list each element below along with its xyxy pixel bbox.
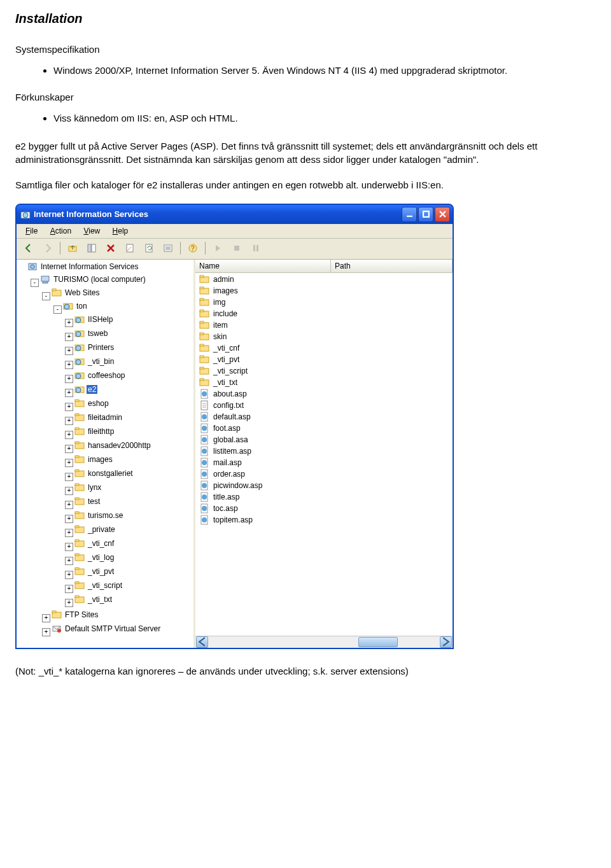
- tree-ftp[interactable]: FTP Sites: [52, 610, 99, 620]
- properties-button[interactable]: [122, 240, 138, 256]
- file-item-picwindow.asp[interactable]: picwindow.asp: [197, 480, 453, 491]
- expand-toggle[interactable]: -: [53, 305, 62, 314]
- file-item-include[interactable]: include: [197, 308, 453, 319]
- column-header-name[interactable]: Name: [195, 260, 331, 272]
- tree-item-_vti_script[interactable]: _vti_script: [74, 580, 123, 591]
- start-button[interactable]: [209, 240, 226, 256]
- close-button[interactable]: [435, 207, 450, 222]
- expand-toggle[interactable]: +: [65, 473, 73, 481]
- expand-toggle[interactable]: +: [65, 501, 73, 509]
- file-item-listitem.asp[interactable]: listitem.asp: [197, 445, 453, 457]
- help-button[interactable]: ?: [185, 240, 201, 256]
- file-item-order.asp[interactable]: order.asp: [197, 468, 453, 480]
- tree-site[interactable]: ton: [63, 301, 88, 311]
- expand-toggle[interactable]: +: [65, 389, 73, 397]
- tree-smtp[interactable]: Default SMTP Virtual Server: [52, 624, 162, 634]
- expand-toggle[interactable]: +: [65, 487, 73, 495]
- expand-toggle[interactable]: +: [65, 585, 73, 593]
- pause-button[interactable]: [248, 240, 264, 256]
- file-item-_vti_pvt[interactable]: _vti_pvt: [197, 354, 453, 365]
- scroll-thumb[interactable]: [358, 637, 398, 647]
- file-item-foot.asp[interactable]: foot.asp: [197, 423, 453, 434]
- expand-toggle[interactable]: +: [65, 319, 73, 327]
- maximize-button[interactable]: [418, 207, 433, 222]
- scroll-right-button[interactable]: [440, 636, 452, 648]
- menu-action[interactable]: Action: [45, 225, 76, 237]
- file-item-item[interactable]: item: [197, 319, 453, 331]
- expand-toggle[interactable]: +: [65, 333, 73, 341]
- tree-item-tsweb[interactable]: tsweb: [74, 328, 109, 339]
- tree-item-Printers[interactable]: Printers: [74, 342, 115, 353]
- file-item-config.txt[interactable]: config.txt: [197, 400, 453, 411]
- tree-item-fileithttp[interactable]: fileithttp: [74, 426, 115, 437]
- menu-help[interactable]: Help: [108, 225, 134, 237]
- file-item-images[interactable]: images: [197, 285, 453, 297]
- file-item-skin[interactable]: skin: [197, 331, 453, 342]
- expand-toggle[interactable]: +: [65, 417, 73, 425]
- delete-button[interactable]: [102, 240, 119, 256]
- export-list-button[interactable]: [160, 240, 176, 256]
- column-header-path[interactable]: Path: [331, 260, 453, 272]
- expand-toggle[interactable]: -: [31, 279, 39, 287]
- file-item-toc.asp[interactable]: toc.asp: [197, 503, 453, 514]
- tree-item-fileitadmin[interactable]: fileitadmin: [74, 412, 123, 423]
- show-hide-tree-button[interactable]: [83, 240, 100, 256]
- window-titlebar[interactable]: Internet Information Services: [17, 205, 453, 224]
- file-item-img[interactable]: img: [197, 297, 453, 308]
- tree-root[interactable]: Internet Information Services: [27, 262, 139, 272]
- file-item-_vti_txt[interactable]: _vti_txt: [197, 377, 453, 388]
- file-pane[interactable]: Name Path adminimagesimgincludeitemskin_…: [195, 260, 453, 648]
- tree-item-hansadev2000http[interactable]: hansadev2000http: [74, 440, 152, 451]
- expand-toggle[interactable]: +: [65, 445, 73, 453]
- stop-button[interactable]: [228, 240, 245, 256]
- menu-file[interactable]: File: [20, 225, 43, 237]
- file-item-admin[interactable]: admin: [197, 274, 453, 285]
- expand-toggle[interactable]: +: [65, 459, 73, 467]
- expand-toggle[interactable]: +: [65, 361, 73, 369]
- horizontal-scrollbar[interactable]: [195, 636, 453, 648]
- expand-toggle[interactable]: +: [65, 347, 73, 355]
- back-button[interactable]: [20, 240, 37, 256]
- tree-item-e2[interactable]: e2: [74, 384, 97, 395]
- tree-item-_vti_txt[interactable]: _vti_txt: [74, 594, 113, 605]
- minimize-button[interactable]: [402, 207, 417, 222]
- up-folder-button[interactable]: [64, 240, 81, 256]
- tree-item-turismo.se[interactable]: turismo.se: [74, 510, 124, 521]
- tree-item-konstgalleriet[interactable]: konstgalleriet: [74, 468, 134, 479]
- tree-item-test[interactable]: test: [74, 496, 101, 507]
- tree-item-coffeeshop[interactable]: coffeeshop: [74, 370, 127, 381]
- scroll-left-button[interactable]: [196, 636, 208, 648]
- expand-toggle[interactable]: +: [65, 571, 73, 579]
- tree-item-_private[interactable]: _private: [74, 524, 116, 535]
- file-item-mail.asp[interactable]: mail.asp: [197, 457, 453, 468]
- file-item-default.asp[interactable]: default.asp: [197, 411, 453, 423]
- file-item-_vti_cnf[interactable]: _vti_cnf: [197, 342, 453, 354]
- tree-item-_vti_bin[interactable]: _vti_bin: [74, 356, 115, 367]
- expand-toggle[interactable]: +: [65, 515, 73, 523]
- expand-toggle[interactable]: +: [65, 431, 73, 439]
- tree-item-images[interactable]: images: [74, 454, 114, 465]
- file-item-_vti_script[interactable]: _vti_script: [197, 365, 453, 377]
- menu-view[interactable]: View: [78, 225, 105, 237]
- expand-toggle[interactable]: +: [42, 628, 50, 636]
- expand-toggle[interactable]: +: [65, 403, 73, 411]
- tree-item-eshop[interactable]: eshop: [74, 398, 110, 409]
- file-item-title.asp[interactable]: title.asp: [197, 491, 453, 503]
- file-item-topitem.asp[interactable]: topitem.asp: [197, 514, 453, 526]
- expand-toggle[interactable]: +: [65, 557, 73, 565]
- tree-computer[interactable]: TURISMO (local computer): [40, 274, 147, 284]
- tree-item-_vti_log[interactable]: _vti_log: [74, 552, 115, 563]
- expand-toggle[interactable]: +: [65, 543, 73, 551]
- file-item-global.asa[interactable]: global.asa: [197, 434, 453, 445]
- expand-toggle[interactable]: -: [42, 292, 50, 300]
- expand-toggle[interactable]: +: [65, 529, 73, 537]
- tree-item-lynx[interactable]: lynx: [74, 482, 102, 493]
- expand-toggle[interactable]: +: [42, 614, 50, 622]
- tree-item-_vti_pvt[interactable]: _vti_pvt: [74, 566, 115, 577]
- refresh-button[interactable]: [141, 240, 157, 256]
- tree-item-_vti_cnf[interactable]: _vti_cnf: [74, 538, 115, 549]
- tree-pane[interactable]: Internet Information Services-TURISMO (l…: [17, 260, 195, 648]
- expand-toggle[interactable]: +: [65, 375, 73, 383]
- forward-button[interactable]: [39, 240, 56, 256]
- file-item-about.asp[interactable]: about.asp: [197, 388, 453, 400]
